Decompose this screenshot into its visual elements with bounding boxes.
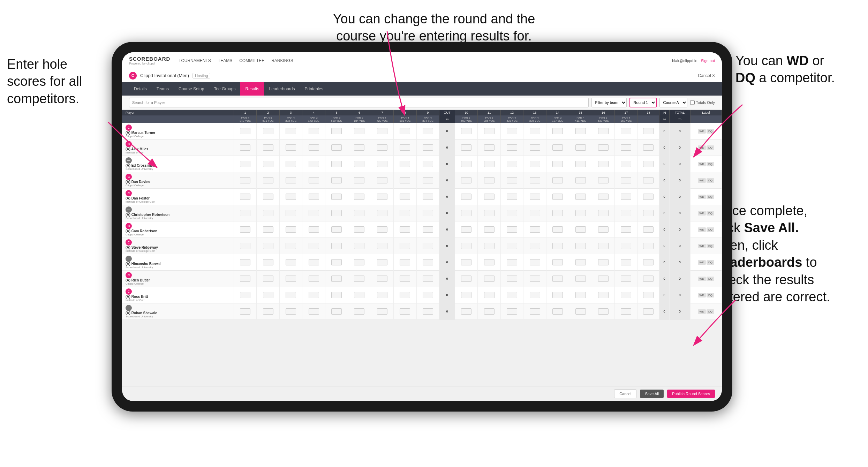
save-all-button[interactable]: Save All xyxy=(640,390,664,398)
score-input-cell[interactable] xyxy=(416,271,439,287)
hole-score-input[interactable] xyxy=(331,144,342,151)
score-input-cell[interactable] xyxy=(325,254,348,271)
hole-score-input[interactable] xyxy=(530,292,540,298)
hole-score-input[interactable] xyxy=(377,226,387,233)
hole-score-input[interactable] xyxy=(507,210,517,216)
hole-score-input[interactable] xyxy=(263,177,273,183)
score-input-cell[interactable] xyxy=(257,140,279,156)
search-input[interactable] xyxy=(129,98,589,107)
hole-score-input[interactable] xyxy=(530,177,540,183)
score-input-cell[interactable] xyxy=(637,140,659,156)
score-input-cell[interactable] xyxy=(394,172,416,189)
hole-score-input[interactable] xyxy=(484,128,495,134)
score-input-cell[interactable] xyxy=(394,189,416,205)
score-input-cell[interactable] xyxy=(279,287,302,303)
hole-score-input[interactable] xyxy=(621,276,631,282)
hole-score-input[interactable] xyxy=(331,276,342,282)
hole-score-input[interactable] xyxy=(400,128,410,134)
tab-leaderboards[interactable]: Leaderboards xyxy=(264,82,300,96)
hole-score-input[interactable] xyxy=(598,243,609,249)
score-input-cell[interactable] xyxy=(279,303,302,320)
score-input-cell[interactable] xyxy=(478,156,500,172)
score-input-cell[interactable] xyxy=(637,303,659,320)
score-input-cell[interactable] xyxy=(637,254,659,271)
score-input-cell[interactable] xyxy=(615,140,637,156)
hole-score-input[interactable] xyxy=(423,177,433,183)
score-input-cell[interactable] xyxy=(371,189,393,205)
score-input-cell[interactable] xyxy=(478,123,500,140)
hole-score-input[interactable] xyxy=(309,161,319,167)
score-input-cell[interactable] xyxy=(257,271,279,287)
wd-button[interactable]: WD xyxy=(698,244,706,248)
score-input-cell[interactable] xyxy=(569,303,592,320)
wd-button[interactable]: WD xyxy=(698,129,706,134)
score-input-cell[interactable] xyxy=(394,254,416,271)
score-input-cell[interactable] xyxy=(478,303,500,320)
tab-tee-groups[interactable]: Tee Groups xyxy=(209,82,240,96)
hole-score-input[interactable] xyxy=(530,226,540,233)
hole-score-input[interactable] xyxy=(354,128,364,134)
hole-score-input[interactable] xyxy=(263,128,273,134)
score-input-cell[interactable] xyxy=(302,123,325,140)
sign-out-link[interactable]: Sign out xyxy=(701,59,715,63)
wd-button[interactable]: WD xyxy=(698,260,706,265)
hole-score-input[interactable] xyxy=(598,128,609,134)
score-input-cell[interactable] xyxy=(279,238,302,254)
score-input-cell[interactable] xyxy=(416,221,439,238)
hole-score-input[interactable] xyxy=(240,177,250,183)
score-input-cell[interactable] xyxy=(523,254,546,271)
hole-score-input[interactable] xyxy=(331,243,342,249)
score-input-cell[interactable] xyxy=(500,303,523,320)
round-select[interactable]: Round 1 xyxy=(629,98,657,107)
score-input-cell[interactable] xyxy=(523,205,546,221)
score-input-cell[interactable] xyxy=(500,140,523,156)
score-input-cell[interactable] xyxy=(615,172,637,189)
hole-score-input[interactable] xyxy=(263,259,273,265)
score-input-cell[interactable] xyxy=(500,287,523,303)
hole-score-input[interactable] xyxy=(286,210,296,216)
hole-score-input[interactable] xyxy=(621,292,631,298)
score-input-cell[interactable] xyxy=(371,156,393,172)
hole-score-input[interactable] xyxy=(400,144,410,151)
score-input-cell[interactable] xyxy=(592,156,614,172)
dq-button[interactable]: DQ xyxy=(707,244,714,248)
score-input-cell[interactable] xyxy=(478,254,500,271)
score-input-cell[interactable] xyxy=(546,221,569,238)
hole-score-input[interactable] xyxy=(423,292,433,298)
hole-score-input[interactable] xyxy=(400,226,410,233)
hole-score-input[interactable] xyxy=(240,226,250,233)
hole-score-input[interactable] xyxy=(377,144,387,151)
hole-score-input[interactable] xyxy=(575,194,586,200)
hole-score-input[interactable] xyxy=(507,259,517,265)
hole-score-input[interactable] xyxy=(240,161,250,167)
score-input-cell[interactable] xyxy=(302,287,325,303)
score-input-cell[interactable] xyxy=(478,221,500,238)
score-input-cell[interactable] xyxy=(569,287,592,303)
hole-score-input[interactable] xyxy=(377,177,387,183)
hole-score-input[interactable] xyxy=(354,259,364,265)
score-input-cell[interactable] xyxy=(637,189,659,205)
score-input-cell[interactable] xyxy=(478,189,500,205)
score-input-cell[interactable] xyxy=(325,123,348,140)
hole-score-input[interactable] xyxy=(598,276,609,282)
score-input-cell[interactable] xyxy=(478,271,500,287)
hole-score-input[interactable] xyxy=(530,210,540,216)
hole-score-input[interactable] xyxy=(377,276,387,282)
score-input-cell[interactable] xyxy=(637,238,659,254)
hole-score-input[interactable] xyxy=(286,243,296,249)
hole-score-input[interactable] xyxy=(575,243,586,249)
score-input-cell[interactable] xyxy=(302,172,325,189)
hole-score-input[interactable] xyxy=(423,144,433,151)
hole-score-input[interactable] xyxy=(461,161,471,167)
score-input-cell[interactable] xyxy=(348,205,371,221)
score-input-cell[interactable] xyxy=(394,238,416,254)
score-input-cell[interactable] xyxy=(500,271,523,287)
score-input-cell[interactable] xyxy=(371,221,393,238)
hole-score-input[interactable] xyxy=(423,259,433,265)
hole-score-input[interactable] xyxy=(530,308,540,315)
score-input-cell[interactable] xyxy=(455,205,477,221)
hole-score-input[interactable] xyxy=(286,308,296,315)
hole-score-input[interactable] xyxy=(461,144,471,151)
score-input-cell[interactable] xyxy=(523,189,546,205)
score-input-cell[interactable] xyxy=(569,221,592,238)
